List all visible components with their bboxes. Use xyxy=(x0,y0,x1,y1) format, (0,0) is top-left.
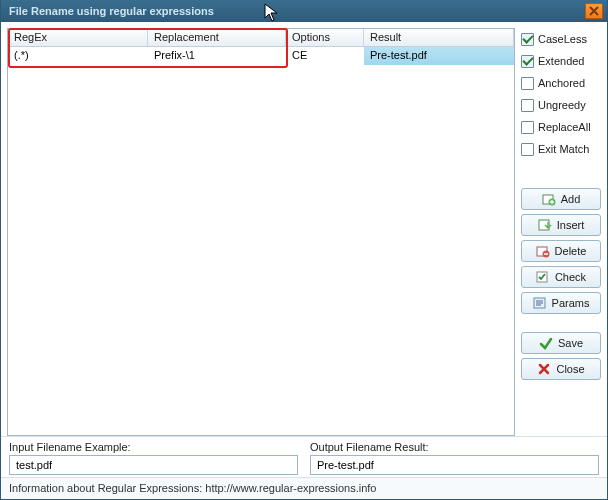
check-icon xyxy=(536,270,550,284)
add-icon xyxy=(542,192,556,206)
checkbox-box-icon xyxy=(521,143,534,156)
save-button[interactable]: Save xyxy=(521,332,601,354)
params-button[interactable]: Params xyxy=(521,292,601,314)
button-label: Params xyxy=(552,297,590,309)
checkbox-exitmatch[interactable]: Exit Match xyxy=(521,140,601,158)
spacer xyxy=(521,162,601,184)
sidebar: CaseLess Extended Anchored Ungreedy Repl… xyxy=(521,28,601,436)
cell-options[interactable]: CE xyxy=(286,47,364,65)
checkbox-label: Extended xyxy=(538,55,584,67)
cell-result[interactable]: Pre-test.pdf xyxy=(364,47,514,65)
checkbox-box-icon xyxy=(521,77,534,90)
window-title: File Rename using regular expressions xyxy=(9,5,585,17)
input-filename-field[interactable] xyxy=(9,455,298,475)
close-icon xyxy=(589,6,599,16)
insert-icon xyxy=(538,218,552,232)
checkbox-box-icon xyxy=(521,121,534,134)
button-label: Delete xyxy=(555,245,587,257)
delete-icon xyxy=(536,244,550,258)
col-header-options[interactable]: Options xyxy=(286,29,364,46)
io-section: Input Filename Example: Output Filename … xyxy=(1,436,607,477)
checkbox-caseless[interactable]: CaseLess xyxy=(521,30,601,48)
checkbox-label: ReplaceAll xyxy=(538,121,591,133)
rules-grid[interactable]: RegEx Replacement Options Result (.*) Pr… xyxy=(7,28,515,436)
delete-button[interactable]: Delete xyxy=(521,240,601,262)
dialog-window: File Rename using regular expressions Re… xyxy=(0,0,608,500)
col-header-replacement[interactable]: Replacement xyxy=(148,29,286,46)
col-header-result[interactable]: Result xyxy=(364,29,514,46)
grid-row[interactable]: (.*) Prefix-\1 CE Pre-test.pdf xyxy=(8,47,514,65)
checkbox-label: CaseLess xyxy=(538,33,587,45)
checkbox-ungreedy[interactable]: Ungreedy xyxy=(521,96,601,114)
output-filename-field[interactable] xyxy=(310,455,599,475)
checkbox-box-icon xyxy=(521,99,534,112)
window-close-button[interactable] xyxy=(585,3,603,19)
cell-regex[interactable]: (.*) xyxy=(8,47,148,65)
checkbox-extended[interactable]: Extended xyxy=(521,52,601,70)
input-filename-label: Input Filename Example: xyxy=(9,441,298,453)
checkbox-label: Ungreedy xyxy=(538,99,586,111)
checkbox-box-icon xyxy=(521,55,534,68)
col-header-regex[interactable]: RegEx xyxy=(8,29,148,46)
checkbox-label: Anchored xyxy=(538,77,585,89)
button-label: Check xyxy=(555,271,586,283)
button-label: Close xyxy=(556,363,584,375)
button-label: Add xyxy=(561,193,581,205)
checkbox-replaceall[interactable]: ReplaceAll xyxy=(521,118,601,136)
checkbox-box-icon xyxy=(521,33,534,46)
close-icon xyxy=(537,362,551,376)
params-icon xyxy=(533,296,547,310)
output-filename-label: Output Filename Result: xyxy=(310,441,599,453)
checkbox-label: Exit Match xyxy=(538,143,589,155)
spacer xyxy=(521,318,601,328)
grid-header-row: RegEx Replacement Options Result xyxy=(8,29,514,47)
check-button[interactable]: Check xyxy=(521,266,601,288)
save-icon xyxy=(539,336,553,350)
close-button[interactable]: Close xyxy=(521,358,601,380)
add-button[interactable]: Add xyxy=(521,188,601,210)
titlebar: File Rename using regular expressions xyxy=(1,0,607,22)
cell-replacement[interactable]: Prefix-\1 xyxy=(148,47,286,65)
checkbox-anchored[interactable]: Anchored xyxy=(521,74,601,92)
dialog-body: RegEx Replacement Options Result (.*) Pr… xyxy=(1,22,607,436)
button-label: Save xyxy=(558,337,583,349)
button-label: Insert xyxy=(557,219,585,231)
status-bar: Information about Regular Expressions: h… xyxy=(1,477,607,499)
insert-button[interactable]: Insert xyxy=(521,214,601,236)
